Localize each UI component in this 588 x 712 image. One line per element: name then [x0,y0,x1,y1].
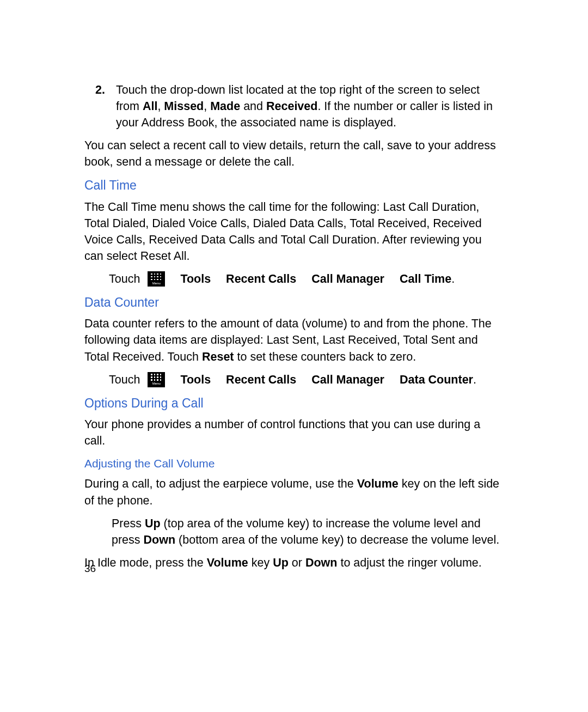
idle-desc: In Idle mode, press the Volume key Up or… [84,555,504,571]
period: . [473,373,476,386]
text: , [157,100,164,113]
text: and [240,100,266,113]
step-text: Touch the drop-down list located at the … [116,82,504,131]
bold-up: Up [273,556,289,569]
menu-icon-label: Menu [152,382,161,385]
bold-reset: Reset [202,350,234,363]
path-call-manager: Call Manager [311,271,384,287]
touch-label: Touch [109,271,140,287]
bold-made: Made [210,100,240,113]
period: . [451,272,455,285]
bold-down: Down [305,556,338,569]
heading-options: Options During a Call [84,394,504,412]
text: During a call, to adjust the earpiece vo… [84,477,357,490]
path-call-manager: Call Manager [311,372,384,388]
call-time-desc: The Call Time menu shows the call time f… [84,199,504,264]
text: to set these counters back to zero. [234,350,416,363]
path-tools: Tools [180,372,211,388]
menu-icon-label: Menu [152,282,161,285]
page-number: 36 [84,563,96,575]
path-end: Call Time. [400,271,455,287]
bold-all: All [143,100,157,113]
path-recent-calls: Recent Calls [226,372,296,388]
heading-call-time: Call Time [84,177,504,194]
path-data-counter: Data Counter [400,373,473,386]
call-time-path: Touch Menu Tools Recent Calls Call Manag… [84,271,504,287]
bold-volume: Volume [357,477,399,490]
options-desc: Your phone provides a number of control … [84,416,504,449]
path-end: Data Counter. [400,372,476,388]
text: key [248,556,273,569]
step-2: 2. Touch the drop-down list located at t… [84,82,504,131]
touch-label: Touch [109,372,140,388]
path-recent-calls: Recent Calls [226,271,296,287]
bold-volume: Volume [207,556,248,569]
heading-volume: Adjusting the Call Volume [84,455,504,471]
select-paragraph: You can select a recent call to view det… [84,137,504,170]
step-number: 2. [84,82,116,131]
text: (bottom area of the volume key) to decre… [175,533,499,546]
data-counter-path: Touch Menu Tools Recent Calls Call Manag… [84,372,504,388]
heading-data-counter: Data Counter [84,294,504,311]
text: to adjust the ringer volume. [337,556,481,569]
text: In Idle mode, press the [84,556,207,569]
menu-icon: Menu [148,271,165,287]
volume-press-desc: Press Up (top area of the volume key) to… [84,515,504,548]
menu-icon: Menu [148,372,165,387]
bold-missed: Missed [164,100,204,113]
bold-up: Up [145,517,161,530]
path-call-time: Call Time [400,272,451,285]
bold-received: Received [266,100,317,113]
volume-desc: During a call, to adjust the earpiece vo… [84,476,504,508]
document-page: 2. Touch the drop-down list located at t… [84,82,504,571]
text: Press [112,517,145,530]
text: , [204,100,210,113]
text: or [289,556,305,569]
data-counter-desc: Data counter refers to the amount of dat… [84,315,504,364]
path-tools: Tools [180,271,211,287]
bold-down: Down [144,533,176,546]
